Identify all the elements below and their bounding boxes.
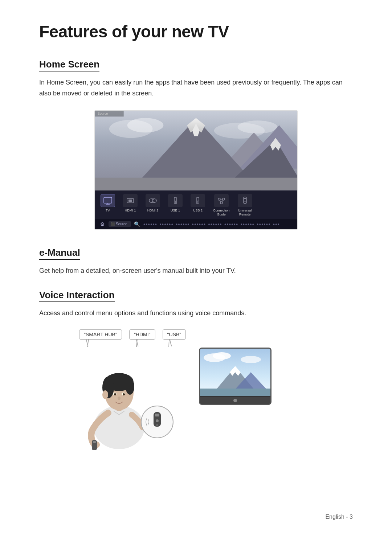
connection-guide-label: ConnectionGuide bbox=[213, 209, 230, 217]
page-footer: English - 3 bbox=[325, 514, 353, 520]
home-screen-text: In Home Screen, you can easily run the a… bbox=[39, 77, 351, 99]
svg-point-48 bbox=[102, 390, 108, 399]
svg-rect-36 bbox=[244, 197, 246, 204]
tv-bottom-bar: ⚙ ⬛ Source 🔍 ●●●●●● ●●●●●● ●●●●●● ●●●●●●… bbox=[95, 219, 297, 229]
usb1-icon bbox=[168, 194, 183, 207]
svg-point-42 bbox=[94, 406, 144, 449]
dots-1: ●●●●●● bbox=[143, 222, 158, 226]
hdmi1-icon bbox=[123, 194, 138, 207]
dots-3: ●●●●●● bbox=[176, 222, 190, 226]
svg-rect-56 bbox=[93, 441, 96, 443]
hdmi2-icon bbox=[146, 194, 160, 207]
speech-bubbles-container: "SMART HUB" "HDMI" "USB" bbox=[79, 329, 186, 340]
hdmi2-icon-item: HDMI 2 bbox=[146, 194, 160, 217]
dots-2: ●●●●●● bbox=[159, 222, 173, 226]
svg-point-21 bbox=[153, 199, 156, 202]
svg-line-41 bbox=[169, 339, 169, 347]
usb2-icon-item: USB 2 bbox=[191, 194, 205, 217]
svg-line-39 bbox=[87, 339, 89, 347]
svg-line-34 bbox=[220, 200, 221, 202]
universal-remote-icon-item: UniversalRemote bbox=[238, 194, 252, 217]
e-manual-heading: e-Manual bbox=[39, 247, 80, 260]
svg-point-4 bbox=[238, 121, 278, 134]
tv-icon-item: TV bbox=[101, 194, 115, 217]
voice-interaction-text: Access and control menu options and func… bbox=[39, 308, 351, 319]
universal-remote-icon bbox=[238, 194, 252, 207]
tv-screen: Source bbox=[95, 111, 297, 190]
voice-interaction-heading: Voice Interaction bbox=[39, 290, 115, 302]
svg-point-2 bbox=[127, 118, 164, 133]
tv-icon bbox=[101, 194, 115, 207]
usb2-label: USB 2 bbox=[193, 209, 203, 213]
speech-bubble-hdmi: "HDMI" bbox=[129, 329, 155, 340]
svg-text:Source: Source bbox=[98, 112, 108, 116]
search-icon: 🔍 bbox=[133, 221, 141, 227]
remote-closeup bbox=[141, 406, 173, 438]
svg-point-31 bbox=[222, 198, 225, 200]
hdmi1-label: HDMI 1 bbox=[125, 209, 136, 213]
svg-point-51 bbox=[114, 393, 116, 395]
svg-point-52 bbox=[123, 393, 125, 395]
hdmi1-icon-item: HDMI 1 bbox=[123, 194, 138, 217]
svg-point-60 bbox=[156, 424, 158, 426]
svg-point-53 bbox=[118, 397, 121, 400]
svg-point-32 bbox=[220, 202, 222, 204]
svg-point-64 bbox=[241, 356, 261, 363]
usb2-icon bbox=[191, 194, 205, 207]
dots-5: ●●●●●● bbox=[208, 222, 222, 226]
svg-rect-58 bbox=[155, 414, 159, 416]
dots-7: ●●●●●● bbox=[240, 222, 254, 226]
e-manual-section: e-Manual Get help from a detailed, on-sc… bbox=[39, 247, 353, 276]
svg-rect-27 bbox=[197, 197, 199, 201]
universal-remote-label: UniversalRemote bbox=[238, 209, 252, 217]
svg-point-20 bbox=[149, 199, 153, 202]
svg-point-30 bbox=[218, 198, 220, 200]
usb1-icon-item: USB 1 bbox=[168, 194, 183, 217]
svg-line-35 bbox=[222, 200, 223, 202]
svg-point-38 bbox=[244, 201, 245, 202]
dots-8: ●●●●●● bbox=[257, 222, 271, 226]
tv-icons-row: TV HDMI 1 bbox=[95, 190, 297, 219]
source-label: Source bbox=[116, 222, 127, 226]
dots-9: ●●● bbox=[273, 222, 280, 226]
tv-illustration bbox=[199, 348, 271, 405]
home-screen-heading: Home Screen bbox=[39, 59, 99, 71]
usb1-label: USB 1 bbox=[171, 209, 180, 213]
page-title: Features of your new TV bbox=[39, 22, 353, 41]
source-button: ⬛ Source bbox=[109, 221, 131, 227]
settings-icon: ⚙ bbox=[98, 221, 106, 227]
svg-point-47 bbox=[126, 379, 134, 395]
hdmi2-label: HDMI 2 bbox=[147, 209, 159, 213]
home-screen-section: Home Screen In Home Screen, you can easi… bbox=[39, 59, 353, 230]
voice-interaction-section: Voice Interaction Access and control men… bbox=[39, 290, 353, 453]
svg-rect-68 bbox=[200, 389, 270, 396]
svg-rect-19 bbox=[128, 200, 132, 202]
dots-6: ●●●●●● bbox=[224, 222, 238, 226]
svg-line-40 bbox=[136, 339, 137, 347]
svg-rect-12 bbox=[95, 178, 297, 190]
connection-guide-icon bbox=[214, 194, 229, 207]
svg-point-59 bbox=[156, 419, 159, 422]
home-screen-image: Source TV bbox=[94, 110, 298, 230]
tv-label: TV bbox=[106, 209, 110, 213]
speech-bubble-usb: "USB" bbox=[163, 329, 186, 340]
speech-bubble-smarthub: "SMART HUB" bbox=[79, 329, 122, 340]
connection-guide-icon-item: ConnectionGuide bbox=[213, 194, 230, 217]
svg-rect-37 bbox=[244, 198, 246, 199]
svg-rect-15 bbox=[104, 197, 112, 203]
dots-4: ●●●●●● bbox=[192, 222, 206, 226]
e-manual-text: Get help from a detailed, on-screen user… bbox=[39, 266, 351, 276]
voice-interaction-image: "SMART HUB" "HDMI" "USB" bbox=[61, 329, 271, 453]
svg-point-63 bbox=[213, 352, 231, 360]
svg-rect-24 bbox=[174, 197, 176, 201]
